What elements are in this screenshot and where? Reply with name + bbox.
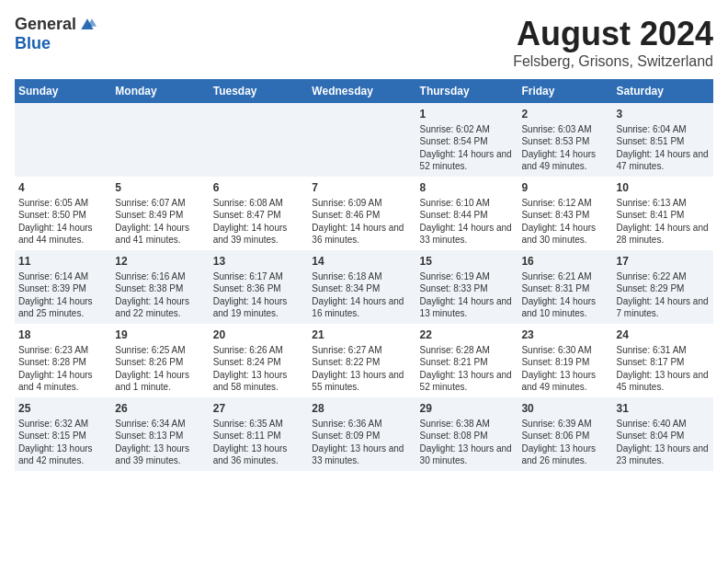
day-number: 8 <box>420 180 515 196</box>
logo-icon <box>78 16 97 34</box>
day-number: 9 <box>521 180 609 196</box>
day-cell: 13Sunrise: 6:17 AM Sunset: 8:36 PM Dayli… <box>210 250 309 324</box>
day-info: Sunrise: 6:39 AM Sunset: 8:06 PM Dayligh… <box>521 418 609 467</box>
week-row-2: 11Sunrise: 6:14 AM Sunset: 8:39 PM Dayli… <box>15 250 713 324</box>
day-cell: 7Sunrise: 6:09 AM Sunset: 8:46 PM Daylig… <box>308 177 415 250</box>
day-cell <box>15 103 111 177</box>
header-tuesday: Tuesday <box>210 79 309 103</box>
day-cell: 15Sunrise: 6:19 AM Sunset: 8:33 PM Dayli… <box>416 250 518 324</box>
day-cell: 14Sunrise: 6:18 AM Sunset: 8:34 PM Dayli… <box>308 250 415 324</box>
month-title: August 2024 <box>513 15 713 53</box>
day-cell: 25Sunrise: 6:32 AM Sunset: 8:15 PM Dayli… <box>15 397 111 471</box>
day-cell: 20Sunrise: 6:26 AM Sunset: 8:24 PM Dayli… <box>210 324 309 397</box>
day-number: 23 <box>521 327 609 343</box>
day-info: Sunrise: 6:04 AM Sunset: 8:51 PM Dayligh… <box>616 123 710 173</box>
header-friday: Friday <box>518 79 612 103</box>
header-thursday: Thursday <box>416 79 518 103</box>
day-info: Sunrise: 6:12 AM Sunset: 8:43 PM Dayligh… <box>521 197 609 247</box>
day-info: Sunrise: 6:32 AM Sunset: 8:15 PM Dayligh… <box>18 418 108 467</box>
day-cell: 5Sunrise: 6:07 AM Sunset: 8:49 PM Daylig… <box>111 177 209 250</box>
day-cell: 28Sunrise: 6:36 AM Sunset: 8:09 PM Dayli… <box>308 397 415 471</box>
day-info: Sunrise: 6:38 AM Sunset: 8:08 PM Dayligh… <box>420 418 515 467</box>
day-number: 12 <box>115 254 205 270</box>
day-number: 10 <box>616 180 710 196</box>
day-number: 25 <box>18 401 108 417</box>
calendar-table: SundayMondayTuesdayWednesdayThursdayFrid… <box>15 79 713 471</box>
day-cell: 24Sunrise: 6:31 AM Sunset: 8:17 PM Dayli… <box>612 324 713 397</box>
logo-general-text: General <box>15 15 76 34</box>
day-info: Sunrise: 6:02 AM Sunset: 8:54 PM Dayligh… <box>420 123 515 173</box>
day-cell <box>210 103 309 177</box>
calendar-header-row: SundayMondayTuesdayWednesdayThursdayFrid… <box>15 79 713 103</box>
day-cell: 23Sunrise: 6:30 AM Sunset: 8:19 PM Dayli… <box>518 324 612 397</box>
week-row-3: 18Sunrise: 6:23 AM Sunset: 8:28 PM Dayli… <box>15 324 713 397</box>
day-number: 29 <box>420 401 515 417</box>
week-row-1: 4Sunrise: 6:05 AM Sunset: 8:50 PM Daylig… <box>15 177 713 250</box>
logo-blue-text: Blue <box>15 34 51 53</box>
day-number: 18 <box>18 327 108 343</box>
day-number: 2 <box>521 107 609 122</box>
day-number: 15 <box>420 254 515 270</box>
day-info: Sunrise: 6:23 AM Sunset: 8:28 PM Dayligh… <box>18 344 108 394</box>
day-cell: 1Sunrise: 6:02 AM Sunset: 8:54 PM Daylig… <box>416 103 518 177</box>
day-number: 7 <box>312 180 412 196</box>
day-info: Sunrise: 6:13 AM Sunset: 8:41 PM Dayligh… <box>616 197 710 247</box>
day-info: Sunrise: 6:05 AM Sunset: 8:50 PM Dayligh… <box>18 197 108 247</box>
week-row-4: 25Sunrise: 6:32 AM Sunset: 8:15 PM Dayli… <box>15 397 713 471</box>
day-cell: 27Sunrise: 6:35 AM Sunset: 8:11 PM Dayli… <box>210 397 309 471</box>
day-info: Sunrise: 6:18 AM Sunset: 8:34 PM Dayligh… <box>312 270 412 320</box>
day-number: 1 <box>420 107 515 122</box>
day-info: Sunrise: 6:16 AM Sunset: 8:38 PM Dayligh… <box>115 270 205 320</box>
day-info: Sunrise: 6:27 AM Sunset: 8:22 PM Dayligh… <box>312 344 412 394</box>
day-info: Sunrise: 6:40 AM Sunset: 8:04 PM Dayligh… <box>616 418 710 467</box>
day-cell: 31Sunrise: 6:40 AM Sunset: 8:04 PM Dayli… <box>612 397 713 471</box>
day-number: 17 <box>616 254 710 270</box>
day-info: Sunrise: 6:26 AM Sunset: 8:24 PM Dayligh… <box>213 344 305 394</box>
day-number: 3 <box>616 107 710 122</box>
day-number: 31 <box>616 401 710 417</box>
day-info: Sunrise: 6:35 AM Sunset: 8:11 PM Dayligh… <box>213 418 305 467</box>
day-info: Sunrise: 6:30 AM Sunset: 8:19 PM Dayligh… <box>521 344 609 394</box>
day-info: Sunrise: 6:09 AM Sunset: 8:46 PM Dayligh… <box>312 197 412 247</box>
header-monday: Monday <box>111 79 209 103</box>
day-number: 16 <box>521 254 609 270</box>
day-info: Sunrise: 6:34 AM Sunset: 8:13 PM Dayligh… <box>115 418 205 467</box>
day-cell: 2Sunrise: 6:03 AM Sunset: 8:53 PM Daylig… <box>518 103 612 177</box>
day-info: Sunrise: 6:22 AM Sunset: 8:29 PM Dayligh… <box>616 270 710 320</box>
day-info: Sunrise: 6:21 AM Sunset: 8:31 PM Dayligh… <box>521 270 609 320</box>
day-info: Sunrise: 6:19 AM Sunset: 8:33 PM Dayligh… <box>420 270 515 320</box>
day-number: 14 <box>312 254 412 270</box>
header-sunday: Sunday <box>15 79 111 103</box>
day-cell: 19Sunrise: 6:25 AM Sunset: 8:26 PM Dayli… <box>111 324 209 397</box>
day-info: Sunrise: 6:28 AM Sunset: 8:21 PM Dayligh… <box>420 344 515 394</box>
title-area: August 2024 Felsberg, Grisons, Switzerla… <box>513 15 713 70</box>
day-cell: 29Sunrise: 6:38 AM Sunset: 8:08 PM Dayli… <box>416 397 518 471</box>
location-title: Felsberg, Grisons, Switzerland <box>513 53 713 70</box>
day-cell: 17Sunrise: 6:22 AM Sunset: 8:29 PM Dayli… <box>612 250 713 324</box>
day-cell: 11Sunrise: 6:14 AM Sunset: 8:39 PM Dayli… <box>15 250 111 324</box>
day-number: 11 <box>18 254 108 270</box>
day-info: Sunrise: 6:31 AM Sunset: 8:17 PM Dayligh… <box>616 344 710 394</box>
day-number: 28 <box>312 401 412 417</box>
day-number: 27 <box>213 401 305 417</box>
day-cell: 10Sunrise: 6:13 AM Sunset: 8:41 PM Dayli… <box>612 177 713 250</box>
day-cell: 21Sunrise: 6:27 AM Sunset: 8:22 PM Dayli… <box>308 324 415 397</box>
day-info: Sunrise: 6:36 AM Sunset: 8:09 PM Dayligh… <box>312 418 412 467</box>
day-number: 6 <box>213 180 305 196</box>
week-row-0: 1Sunrise: 6:02 AM Sunset: 8:54 PM Daylig… <box>15 103 713 177</box>
day-number: 22 <box>420 327 515 343</box>
day-number: 26 <box>115 401 205 417</box>
day-cell: 4Sunrise: 6:05 AM Sunset: 8:50 PM Daylig… <box>15 177 111 250</box>
header-wednesday: Wednesday <box>308 79 415 103</box>
day-info: Sunrise: 6:14 AM Sunset: 8:39 PM Dayligh… <box>18 270 108 320</box>
day-cell: 12Sunrise: 6:16 AM Sunset: 8:38 PM Dayli… <box>111 250 209 324</box>
header-saturday: Saturday <box>612 79 713 103</box>
day-number: 4 <box>18 180 108 196</box>
day-cell: 18Sunrise: 6:23 AM Sunset: 8:28 PM Dayli… <box>15 324 111 397</box>
day-number: 20 <box>213 327 305 343</box>
day-info: Sunrise: 6:25 AM Sunset: 8:26 PM Dayligh… <box>115 344 205 394</box>
day-cell: 26Sunrise: 6:34 AM Sunset: 8:13 PM Dayli… <box>111 397 209 471</box>
day-number: 5 <box>115 180 205 196</box>
day-cell: 30Sunrise: 6:39 AM Sunset: 8:06 PM Dayli… <box>518 397 612 471</box>
day-cell <box>111 103 209 177</box>
